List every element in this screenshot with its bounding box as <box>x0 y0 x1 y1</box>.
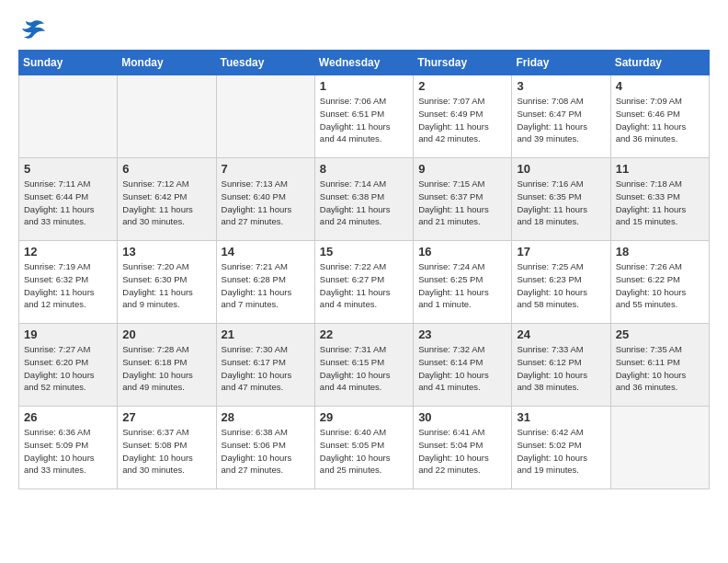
weekday-header: Sunday <box>19 51 118 75</box>
day-info: Sunrise: 7:35 AM Sunset: 6:11 PM Dayligh… <box>616 343 704 394</box>
day-number: 26 <box>24 410 112 424</box>
day-info: Sunrise: 7:26 AM Sunset: 6:22 PM Dayligh… <box>616 260 704 311</box>
day-info: Sunrise: 7:18 AM Sunset: 6:33 PM Dayligh… <box>616 178 704 228</box>
day-info: Sunrise: 7:32 AM Sunset: 6:14 PM Dayligh… <box>418 343 506 394</box>
calendar-cell: 1Sunrise: 7:06 AM Sunset: 6:51 PM Daylig… <box>314 75 413 158</box>
calendar-cell: 5Sunrise: 7:11 AM Sunset: 6:44 PM Daylig… <box>19 158 118 241</box>
calendar-cell <box>610 407 709 489</box>
day-info: Sunrise: 7:21 AM Sunset: 6:28 PM Dayligh… <box>222 260 310 311</box>
day-number: 31 <box>517 410 605 424</box>
day-number: 27 <box>122 410 210 424</box>
calendar-cell <box>216 75 314 158</box>
day-info: Sunrise: 7:11 AM Sunset: 6:44 PM Dayligh… <box>24 178 112 228</box>
day-number: 15 <box>320 245 408 259</box>
day-number: 30 <box>418 410 506 424</box>
day-number: 11 <box>616 162 704 176</box>
day-number: 8 <box>320 162 408 176</box>
day-info: Sunrise: 6:38 AM Sunset: 5:06 PM Dayligh… <box>222 426 310 477</box>
day-number: 16 <box>418 245 506 259</box>
day-info: Sunrise: 7:22 AM Sunset: 6:27 PM Dayligh… <box>320 260 408 311</box>
day-info: Sunrise: 6:40 AM Sunset: 5:05 PM Dayligh… <box>320 426 408 477</box>
day-info: Sunrise: 7:15 AM Sunset: 6:37 PM Dayligh… <box>418 178 506 228</box>
day-info: Sunrise: 6:41 AM Sunset: 5:04 PM Dayligh… <box>418 426 506 477</box>
day-number: 9 <box>418 162 506 176</box>
calendar-cell: 27Sunrise: 6:37 AM Sunset: 5:08 PM Dayli… <box>118 407 216 489</box>
day-info: Sunrise: 7:31 AM Sunset: 6:15 PM Dayligh… <box>320 343 408 394</box>
calendar-cell: 15Sunrise: 7:22 AM Sunset: 6:27 PM Dayli… <box>314 241 413 324</box>
calendar-cell: 6Sunrise: 7:12 AM Sunset: 6:42 PM Daylig… <box>118 158 216 241</box>
logo-icon <box>18 18 46 40</box>
day-number: 29 <box>320 410 408 424</box>
weekday-header: Wednesday <box>314 51 413 75</box>
calendar-cell: 14Sunrise: 7:21 AM Sunset: 6:28 PM Dayli… <box>216 241 314 324</box>
calendar-cell: 3Sunrise: 7:08 AM Sunset: 6:47 PM Daylig… <box>512 75 610 158</box>
day-info: Sunrise: 7:20 AM Sunset: 6:30 PM Dayligh… <box>122 260 210 311</box>
weekday-header: Friday <box>512 51 610 75</box>
calendar-cell: 16Sunrise: 7:24 AM Sunset: 6:25 PM Dayli… <box>414 241 512 324</box>
calendar-cell: 28Sunrise: 6:38 AM Sunset: 5:06 PM Dayli… <box>216 407 314 489</box>
day-info: Sunrise: 7:16 AM Sunset: 6:35 PM Dayligh… <box>517 178 605 228</box>
calendar-cell: 21Sunrise: 7:30 AM Sunset: 6:17 PM Dayli… <box>216 324 314 407</box>
calendar-cell: 7Sunrise: 7:13 AM Sunset: 6:40 PM Daylig… <box>216 158 314 241</box>
calendar-cell: 17Sunrise: 7:25 AM Sunset: 6:23 PM Dayli… <box>512 241 610 324</box>
day-info: Sunrise: 7:07 AM Sunset: 6:49 PM Dayligh… <box>418 95 506 145</box>
weekday-header: Monday <box>118 51 216 75</box>
day-info: Sunrise: 7:14 AM Sunset: 6:38 PM Dayligh… <box>320 178 408 228</box>
day-number: 3 <box>517 79 605 93</box>
day-number: 2 <box>418 79 506 93</box>
calendar-cell: 18Sunrise: 7:26 AM Sunset: 6:22 PM Dayli… <box>610 241 709 324</box>
calendar-cell: 22Sunrise: 7:31 AM Sunset: 6:15 PM Dayli… <box>314 324 413 407</box>
day-info: Sunrise: 6:37 AM Sunset: 5:08 PM Dayligh… <box>122 426 210 477</box>
day-info: Sunrise: 7:28 AM Sunset: 6:18 PM Dayligh… <box>122 343 210 394</box>
day-number: 25 <box>616 327 704 341</box>
calendar-cell: 12Sunrise: 7:19 AM Sunset: 6:32 PM Dayli… <box>19 241 118 324</box>
weekday-header: Tuesday <box>216 51 314 75</box>
day-number: 22 <box>320 327 408 341</box>
calendar-cell: 24Sunrise: 7:33 AM Sunset: 6:12 PM Dayli… <box>512 324 610 407</box>
day-number: 21 <box>222 327 310 341</box>
day-number: 12 <box>24 245 112 259</box>
day-info: Sunrise: 7:13 AM Sunset: 6:40 PM Dayligh… <box>222 178 310 228</box>
day-info: Sunrise: 6:36 AM Sunset: 5:09 PM Dayligh… <box>24 426 112 477</box>
day-number: 4 <box>616 79 704 93</box>
calendar-cell <box>118 75 216 158</box>
day-number: 13 <box>122 245 210 259</box>
day-info: Sunrise: 6:42 AM Sunset: 5:02 PM Dayligh… <box>517 426 605 477</box>
day-info: Sunrise: 7:06 AM Sunset: 6:51 PM Dayligh… <box>320 95 408 145</box>
day-info: Sunrise: 7:30 AM Sunset: 6:17 PM Dayligh… <box>222 343 310 394</box>
day-info: Sunrise: 7:08 AM Sunset: 6:47 PM Dayligh… <box>517 95 605 145</box>
day-number: 20 <box>122 327 210 341</box>
calendar-header: SundayMondayTuesdayWednesdayThursdayFrid… <box>19 51 710 75</box>
calendar-table: SundayMondayTuesdayWednesdayThursdayFrid… <box>18 50 710 489</box>
calendar-cell: 9Sunrise: 7:15 AM Sunset: 6:37 PM Daylig… <box>414 158 512 241</box>
logo <box>18 18 50 40</box>
calendar-cell: 13Sunrise: 7:20 AM Sunset: 6:30 PM Dayli… <box>118 241 216 324</box>
day-info: Sunrise: 7:33 AM Sunset: 6:12 PM Dayligh… <box>517 343 605 394</box>
weekday-header: Thursday <box>414 51 512 75</box>
day-number: 24 <box>517 327 605 341</box>
day-info: Sunrise: 7:19 AM Sunset: 6:32 PM Dayligh… <box>24 260 112 311</box>
calendar-cell <box>19 75 118 158</box>
calendar-cell: 23Sunrise: 7:32 AM Sunset: 6:14 PM Dayli… <box>414 324 512 407</box>
day-number: 14 <box>222 245 310 259</box>
day-number: 1 <box>320 79 408 93</box>
calendar-cell: 30Sunrise: 6:41 AM Sunset: 5:04 PM Dayli… <box>414 407 512 489</box>
day-number: 18 <box>616 245 704 259</box>
day-number: 19 <box>24 327 112 341</box>
calendar-cell: 31Sunrise: 6:42 AM Sunset: 5:02 PM Dayli… <box>512 407 610 489</box>
day-number: 7 <box>222 162 310 176</box>
calendar-cell: 26Sunrise: 6:36 AM Sunset: 5:09 PM Dayli… <box>19 407 118 489</box>
day-number: 23 <box>418 327 506 341</box>
calendar-cell: 10Sunrise: 7:16 AM Sunset: 6:35 PM Dayli… <box>512 158 610 241</box>
calendar-cell: 4Sunrise: 7:09 AM Sunset: 6:46 PM Daylig… <box>610 75 709 158</box>
calendar-cell: 19Sunrise: 7:27 AM Sunset: 6:20 PM Dayli… <box>19 324 118 407</box>
day-info: Sunrise: 7:27 AM Sunset: 6:20 PM Dayligh… <box>24 343 112 394</box>
calendar-cell: 25Sunrise: 7:35 AM Sunset: 6:11 PM Dayli… <box>610 324 709 407</box>
day-info: Sunrise: 7:09 AM Sunset: 6:46 PM Dayligh… <box>616 95 704 145</box>
day-info: Sunrise: 7:24 AM Sunset: 6:25 PM Dayligh… <box>418 260 506 311</box>
day-info: Sunrise: 7:25 AM Sunset: 6:23 PM Dayligh… <box>517 260 605 311</box>
calendar-cell: 8Sunrise: 7:14 AM Sunset: 6:38 PM Daylig… <box>314 158 413 241</box>
calendar-cell: 29Sunrise: 6:40 AM Sunset: 5:05 PM Dayli… <box>314 407 413 489</box>
day-info: Sunrise: 7:12 AM Sunset: 6:42 PM Dayligh… <box>122 178 210 228</box>
day-number: 28 <box>222 410 310 424</box>
